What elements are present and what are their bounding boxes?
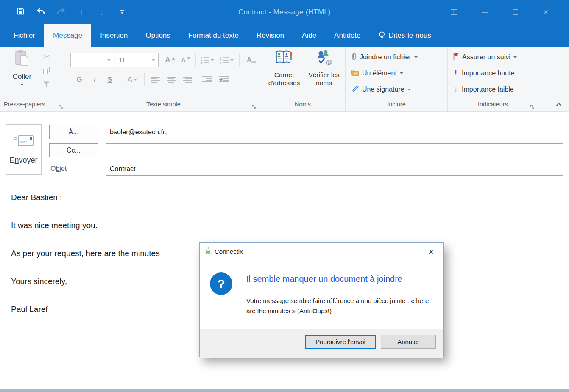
minimize-icon — [482, 12, 488, 13]
maximize-button[interactable] — [500, 0, 530, 24]
window-controls: × — [439, 0, 561, 24]
align-center-button[interactable] — [165, 73, 178, 86]
follow-up-dropdown-icon — [513, 56, 517, 58]
underline-letter: S — [108, 76, 112, 83]
redo-button[interactable] — [54, 5, 68, 19]
tab-antidote[interactable]: Antidote — [325, 24, 369, 47]
dialog-launcher-icon[interactable] — [530, 103, 536, 109]
follow-up-button[interactable]: Assurer un suivi — [453, 52, 517, 63]
address-book-button[interactable]: Carnet d'adresses — [265, 50, 304, 99]
align-left-button[interactable] — [148, 73, 162, 86]
close-button[interactable]: × — [530, 0, 561, 24]
group-label-presse-papiers: Presse-papiers — [0, 101, 67, 110]
tab-dites-le-nous-label: Dites-le-nous — [388, 31, 431, 40]
low-importance-icon: ↓ — [453, 85, 459, 94]
font-size-dropdown-icon — [152, 59, 155, 61]
font-color-dropdown-icon — [134, 79, 137, 81]
font-size-value: 11 — [119, 56, 126, 64]
dialog-launcher-icon[interactable] — [251, 103, 257, 109]
attach-file-label: Joindre un fichier — [360, 53, 411, 61]
previous-item-button[interactable]: ↑ — [74, 5, 89, 19]
font-name-combobox[interactable] — [70, 53, 114, 67]
cut-icon[interactable]: ✂ — [44, 52, 50, 61]
cc-button[interactable]: Cc... — [49, 143, 98, 157]
tab-options[interactable]: Options — [137, 24, 179, 47]
bullets-button[interactable] — [199, 54, 215, 67]
low-importance-button[interactable]: ↓ Importance faible — [453, 84, 514, 95]
ribbon-spacer — [538, 47, 569, 111]
paperclip-icon — [351, 52, 357, 62]
cc-field[interactable] — [106, 143, 563, 157]
numbering-icon — [220, 57, 229, 64]
redo-icon — [56, 8, 66, 17]
eraser-icon — [251, 61, 257, 63]
attach-item-dropdown-icon — [400, 72, 403, 74]
check-names-button[interactable]: @ Vérifier les noms — [304, 50, 343, 99]
group-label-inclure: Inclure — [346, 101, 447, 110]
tab-message[interactable]: Message — [44, 24, 91, 47]
check-names-label: Vérifier les noms — [304, 71, 343, 87]
paste-dropdown-icon — [20, 84, 24, 86]
decrease-indent-button[interactable] — [200, 73, 215, 86]
undo-button[interactable] — [33, 5, 48, 19]
customize-qat-button[interactable] — [115, 5, 129, 19]
ribbon-display-options-button[interactable] — [439, 0, 469, 24]
address-book-label: Carnet d'adresses — [265, 71, 304, 87]
attach-file-button[interactable]: Joindre un fichier — [351, 52, 418, 63]
chevron-up-icon — [555, 103, 562, 106]
copy-icon[interactable] — [43, 67, 50, 74]
tab-fichier[interactable]: Fichier — [5, 24, 44, 47]
continue-send-button[interactable]: Poursuivre l'envoi — [305, 335, 376, 349]
high-importance-button[interactable]: ! Importance haute — [453, 68, 515, 79]
tab-dites-le-nous[interactable]: Dites-le-nous — [369, 24, 440, 47]
bold-button[interactable]: G — [73, 73, 86, 86]
paste-label: Coller — [13, 72, 31, 81]
customize-qat-icon — [120, 10, 124, 14]
grow-font-button[interactable]: A — [163, 54, 177, 67]
increase-indent-icon — [219, 76, 229, 83]
low-importance-label: Importance faible — [462, 86, 514, 93]
signature-button[interactable]: Une signature — [351, 84, 411, 95]
numbering-button[interactable] — [218, 54, 235, 67]
underline-button[interactable]: S — [103, 73, 116, 86]
subject-field[interactable]: Contract — [106, 162, 563, 176]
font-name-dropdown-icon — [107, 59, 111, 61]
dialog-footer: Poursuivre l'envoi Annuler — [200, 329, 443, 358]
address-book-icon — [275, 50, 293, 67]
font-color-button[interactable]: A — [123, 73, 142, 86]
tab-revision[interactable]: Révision — [248, 24, 293, 47]
shrink-font-button[interactable]: A — [179, 54, 192, 67]
dialog-close-button[interactable]: × — [425, 245, 438, 258]
dialog-launcher-icon[interactable] — [58, 103, 64, 109]
to-field[interactable]: bsoler@exatech.fr; — [106, 125, 563, 139]
to-button[interactable]: À... — [49, 125, 98, 139]
attach-file-dropdown-icon — [414, 56, 418, 58]
group-label-noms: Noms — [260, 101, 345, 110]
format-painter-icon[interactable] — [43, 80, 50, 89]
tab-insertion[interactable]: Insertion — [91, 24, 137, 47]
envelope-area: Envoyer À... bsoler@exatech.fr; Cc... Ob… — [0, 112, 569, 183]
save-button[interactable] — [13, 5, 28, 19]
body-line: Dear Bastien : — [11, 192, 559, 203]
group-presse-papiers: Coller ✂ Presse-papiers — [0, 47, 67, 111]
align-right-button[interactable] — [181, 73, 194, 86]
collapse-ribbon-button[interactable] — [554, 100, 563, 108]
send-button[interactable]: Envoyer — [6, 124, 42, 175]
bullets-dropdown-icon — [211, 59, 214, 61]
question-icon: ? — [210, 272, 232, 295]
tab-aide[interactable]: Aide — [293, 24, 325, 47]
clear-formatting-button[interactable]: A — [244, 54, 259, 67]
dialog-heading: Il semble manquer un document à joindre — [246, 274, 402, 284]
tab-format-du-texte[interactable]: Format du texte — [179, 24, 248, 47]
paste-icon — [14, 50, 30, 70]
group-noms: Carnet d'adresses @ Vérifier les noms No… — [260, 47, 346, 111]
high-importance-icon: ! — [453, 69, 459, 78]
increase-indent-button[interactable] — [217, 73, 232, 86]
font-size-combobox[interactable]: 11 — [115, 53, 159, 67]
italic-button[interactable]: I — [88, 73, 101, 86]
minimize-button[interactable] — [469, 0, 500, 24]
next-item-button[interactable]: ↓ — [95, 5, 109, 19]
paste-button[interactable]: Coller — [6, 50, 39, 99]
attach-item-button[interactable]: Un élément — [351, 68, 403, 79]
cancel-button[interactable]: Annuler — [381, 335, 436, 349]
